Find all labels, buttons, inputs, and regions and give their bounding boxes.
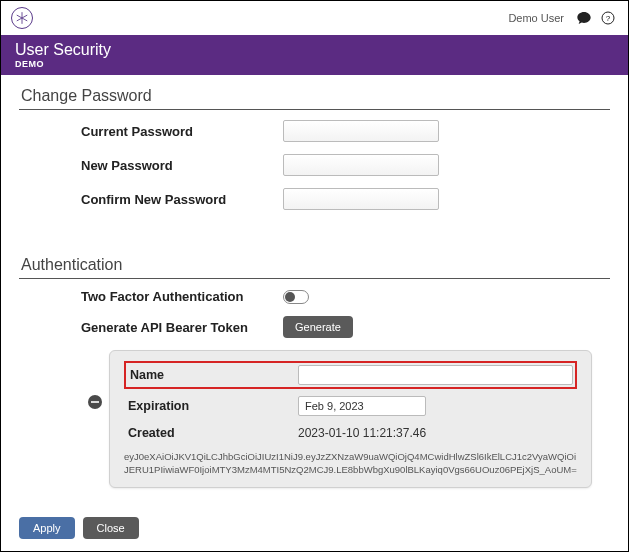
close-button[interactable]: Close xyxy=(83,517,139,539)
current-password-label: Current Password xyxy=(19,124,283,139)
token-string: eyJ0eXAiOiJKV1QiLCJhbGciOiJIUzI1NiJ9.eyJ… xyxy=(124,451,577,477)
new-password-input[interactable] xyxy=(283,154,439,176)
current-password-input[interactable] xyxy=(283,120,439,142)
token-name-row-highlight: Name xyxy=(124,361,577,389)
token-card: Name Expiration Feb 9, 2023 Created 2023… xyxy=(109,350,592,488)
svg-text:?: ? xyxy=(606,14,611,23)
app-logo xyxy=(11,7,33,29)
section-change-password: Change Password xyxy=(19,83,610,110)
topbar: Demo User ? xyxy=(1,1,628,35)
apply-button[interactable]: Apply xyxy=(19,517,75,539)
page-banner: User Security DEMO xyxy=(1,35,628,75)
generate-button[interactable]: Generate xyxy=(283,316,353,338)
token-created-label: Created xyxy=(124,423,294,443)
chat-icon[interactable] xyxy=(576,10,592,26)
two-factor-toggle[interactable] xyxy=(283,290,309,304)
new-password-label: New Password xyxy=(19,158,283,173)
generate-token-label: Generate API Bearer Token xyxy=(19,320,283,335)
token-expiration-input[interactable]: Feb 9, 2023 xyxy=(298,396,426,416)
help-icon[interactable]: ? xyxy=(600,10,616,26)
remove-token-button[interactable] xyxy=(88,395,102,409)
minus-icon xyxy=(91,398,99,406)
confirm-password-input[interactable] xyxy=(283,188,439,210)
confirm-password-label: Confirm New Password xyxy=(19,192,283,207)
page-subtitle: DEMO xyxy=(15,59,614,69)
current-user: Demo User xyxy=(508,12,564,24)
token-expiration-value: Feb 9, 2023 xyxy=(305,400,364,412)
svg-rect-5 xyxy=(91,401,99,403)
section-authentication: Authentication xyxy=(19,252,610,279)
footer-actions: Apply Close xyxy=(19,517,139,539)
token-created-value: 2023-01-10 11:21:37.46 xyxy=(294,423,577,443)
page-title: User Security xyxy=(15,41,614,59)
two-factor-label: Two Factor Authentication xyxy=(19,289,283,304)
logo-icon xyxy=(15,11,29,25)
token-name-input[interactable] xyxy=(298,365,573,385)
token-expiration-label: Expiration xyxy=(124,396,294,416)
token-name-label: Name xyxy=(128,365,298,385)
